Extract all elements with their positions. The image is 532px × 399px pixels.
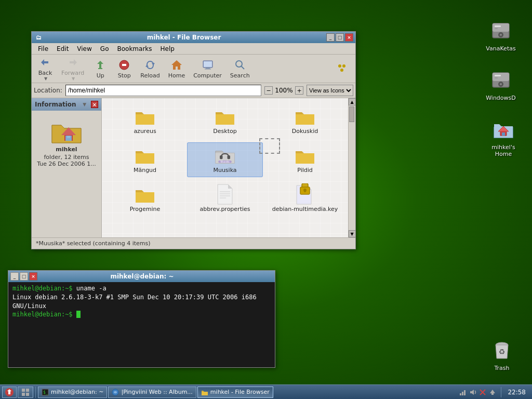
trash-icon: ♻: [489, 338, 514, 363]
terminal-line-1: mihkel@debian:~$ uname -a: [12, 284, 271, 293]
terminal-minimize[interactable]: _: [10, 272, 19, 281]
titlebar-controls: _ □ ×: [326, 33, 353, 42]
taskbar-apps-button[interactable]: [18, 387, 33, 398]
minimize-button[interactable]: _: [326, 33, 335, 42]
cross-tray-icon[interactable]: [478, 388, 487, 396]
file-item-debian-key[interactable]: debian-multimedia.key: [267, 181, 343, 216]
stop-icon: [118, 59, 130, 71]
up-button[interactable]: Up: [89, 56, 112, 82]
svg-line-23: [241, 66, 244, 69]
zoom-percent: 100%: [275, 87, 293, 94]
menu-file[interactable]: File: [34, 44, 52, 54]
desktop-icon-windowsd[interactable]: WindowsD: [480, 68, 522, 101]
scroll-thumb[interactable]: [349, 107, 354, 122]
zoom-out-button[interactable]: −: [264, 86, 273, 95]
file-item-mangud[interactable]: Mängud: [107, 142, 183, 177]
stop-label: Stop: [118, 72, 131, 79]
maximize-button[interactable]: □: [336, 33, 344, 42]
menu-help[interactable]: Help: [156, 44, 179, 54]
menu-view[interactable]: View: [73, 44, 96, 54]
desktop: VanaKetas WindowsD: [0, 0, 532, 399]
terminal-maximize[interactable]: □: [20, 272, 28, 281]
file-item-pildid[interactable]: Pildid: [267, 142, 343, 177]
stop-button[interactable]: Stop: [113, 56, 136, 82]
windows-drive-icon: [488, 68, 513, 92]
forward-arrow: ▼: [72, 76, 75, 81]
info-folder-icon: [50, 116, 83, 146]
file-item-abbrev[interactable]: abbrev.properties: [187, 181, 263, 216]
file-grid: azureus Desktop: [102, 98, 348, 221]
terminal-content[interactable]: mihkel@debian:~$ uname -a Linux debian 2…: [8, 282, 275, 367]
info-panel-arrow: ▼: [83, 102, 86, 107]
scrollbar[interactable]: ▲ ▼: [348, 98, 355, 237]
location-input[interactable]: [65, 85, 261, 96]
close-button[interactable]: ×: [345, 33, 353, 42]
file-browser-menubar: File Edit View Go Bookmarks Help: [32, 43, 355, 55]
toolbar: Back ▼ Forward ▼ Up: [32, 55, 355, 83]
svg-point-26: [340, 69, 343, 72]
scroll-down-button[interactable]: ▼: [349, 230, 356, 237]
forward-button[interactable]: Forward ▼: [58, 54, 88, 84]
svg-rect-20: [206, 68, 210, 69]
desktop-icon-windowsd-label: WindowsD: [486, 95, 516, 101]
terminal-prompt-1: mihkel@debian:~$: [12, 285, 76, 292]
view-mode-select[interactable]: View as Icons: [307, 85, 353, 96]
arrow-tray-icon[interactable]: [488, 388, 497, 396]
drive-icon: [488, 18, 513, 43]
back-button[interactable]: Back ▼: [34, 54, 57, 84]
network-tray-icon[interactable]: [459, 388, 467, 396]
search-button[interactable]: Search: [227, 56, 254, 82]
file-label-azureus: azureus: [134, 128, 156, 135]
search-label: Search: [230, 72, 250, 79]
file-label-progemine: Progemine: [130, 206, 161, 212]
audio-tray-icon[interactable]: [469, 388, 477, 396]
desktop-icon-mihkels-home[interactable]: mihkel's Home: [483, 117, 524, 157]
menu-edit[interactable]: Edit: [52, 44, 73, 54]
file-browser-status: *Muusika* selected (containing 4 items): [32, 237, 355, 249]
svg-rect-21: [205, 69, 211, 70]
svg-rect-7: [493, 73, 509, 81]
scroll-track: [349, 105, 356, 230]
file-item-azureus[interactable]: azureus: [107, 103, 183, 138]
file-label-dokuskid: Dokuskid: [292, 128, 318, 135]
extra-button[interactable]: [330, 59, 353, 78]
desktop-icon-vanaketas[interactable]: VanaKetas: [480, 18, 522, 52]
terminal-close[interactable]: ×: [29, 272, 37, 281]
search-icon: [234, 59, 246, 71]
svg-rect-40: [304, 190, 306, 192]
terminal-title: mihkel@debian: ~: [37, 273, 247, 280]
svg-rect-49: [460, 393, 461, 395]
info-panel-close[interactable]: ×: [91, 101, 98, 108]
home-button[interactable]: Home: [165, 56, 189, 82]
svg-rect-29: [220, 155, 222, 159]
file-item-desktop[interactable]: Desktop: [187, 103, 263, 138]
desktop-icon-trash[interactable]: ♻ Trash: [481, 338, 523, 371]
taskbar-filebrowser-label: mihkel - File Browser: [210, 389, 270, 395]
file-grid-container[interactable]: azureus Desktop: [102, 98, 348, 237]
file-item-muusika[interactable]: Muusika Muusika: [187, 142, 263, 177]
file-item-dokuskid[interactable]: Dokuskid: [267, 103, 343, 138]
desktop-icon-mihkels-home-label: mihkel's Home: [483, 144, 524, 157]
computer-button[interactable]: Computer: [190, 56, 225, 82]
zoom-in-button[interactable]: +: [295, 86, 303, 95]
file-icon-debian-key: [295, 185, 315, 204]
start-button[interactable]: [2, 387, 17, 398]
file-item-progemine[interactable]: Progemine: [107, 181, 183, 216]
taskbar-terminal-label: mihkel@debian: ~: [51, 389, 103, 395]
scroll-up-button[interactable]: ▲: [349, 98, 356, 105]
menu-go[interactable]: Go: [96, 44, 113, 54]
svg-point-9: [500, 83, 502, 85]
info-panel-title: Information: [35, 101, 76, 108]
file-label-debian-key: debian-multimedia.key: [272, 206, 338, 212]
menu-bookmarks[interactable]: Bookmarks: [113, 44, 156, 54]
home-label: Home: [168, 72, 185, 79]
taskbar-browser-label: |Pingviini Web :: Album...: [121, 389, 192, 395]
reload-button[interactable]: Reload: [137, 56, 163, 82]
file-browser-title: mihkel - File Browser: [42, 34, 326, 41]
taskbar-item-filebrowser[interactable]: mihkel - File Browser: [197, 387, 273, 398]
taskbar-item-terminal[interactable]: $_ mihkel@debian: ~: [38, 387, 107, 398]
svg-rect-10: [495, 75, 501, 76]
terminal-cursor: [76, 311, 81, 318]
taskbar-item-browser[interactable]: |Pingviini Web :: Album...: [108, 387, 196, 398]
file-label-muusika: Muusika: [213, 167, 236, 174]
